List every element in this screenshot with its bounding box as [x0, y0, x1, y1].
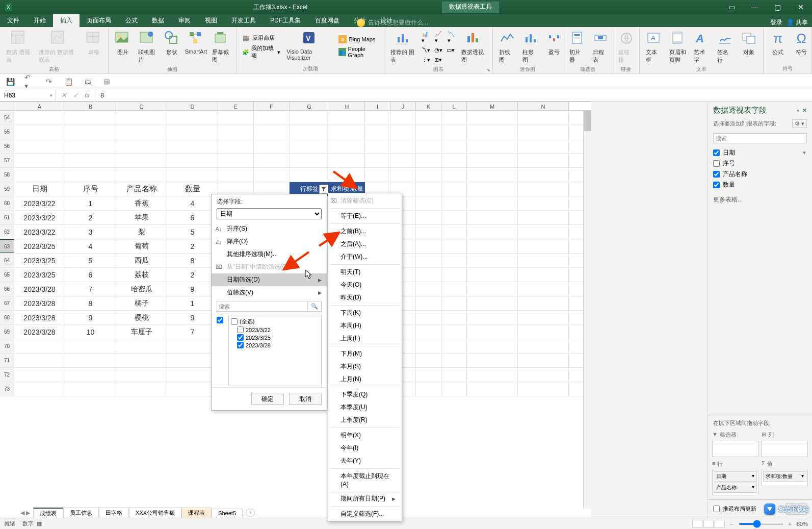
tab-page-layout[interactable]: 页面布局: [80, 14, 118, 27]
redo-icon[interactable]: ↷: [44, 77, 54, 87]
pivot-chart-button[interactable]: 数据透视图: [459, 29, 488, 65]
cell[interactable]: [14, 354, 65, 367]
cell[interactable]: [518, 125, 569, 139]
cell[interactable]: [467, 139, 518, 153]
last-year-item[interactable]: 去年(Y): [328, 455, 402, 467]
last-q-item[interactable]: 上季度(R): [328, 414, 402, 426]
cell[interactable]: [441, 139, 467, 153]
sheet-tab[interactable]: 田字格: [99, 508, 129, 518]
cell[interactable]: [116, 139, 167, 153]
undo-icon[interactable]: ↶ ▾: [24, 77, 35, 87]
cell[interactable]: [416, 139, 441, 153]
cell[interactable]: [467, 154, 518, 167]
tab-developer[interactable]: 开发工具: [224, 14, 263, 27]
bing-maps-button[interactable]: bBing Maps: [337, 35, 379, 44]
cell[interactable]: [467, 111, 518, 124]
cell[interactable]: [441, 239, 467, 253]
cell[interactable]: [441, 154, 467, 167]
cell[interactable]: [65, 382, 116, 396]
close-icon[interactable]: ✕: [802, 107, 807, 114]
cell[interactable]: 数量: [167, 182, 218, 196]
select-all-corner[interactable]: [0, 102, 14, 110]
tab-formulas[interactable]: 公式: [118, 14, 145, 27]
cell[interactable]: 哈密瓜: [116, 282, 167, 296]
cell[interactable]: 苹果: [116, 211, 167, 224]
row-header[interactable]: 73: [0, 382, 14, 396]
cell[interactable]: 2: [167, 268, 218, 282]
row-header[interactable]: 63: [0, 239, 14, 253]
cell[interactable]: 2023/3/25: [14, 268, 65, 282]
column-header[interactable]: F: [254, 102, 290, 110]
cell[interactable]: [218, 168, 254, 182]
cell[interactable]: 9: [167, 311, 218, 324]
cell[interactable]: [441, 196, 467, 210]
values-zone[interactable]: Σ 值求和项:数量▾: [762, 460, 808, 495]
cell[interactable]: [441, 368, 467, 382]
row-header[interactable]: 54: [0, 111, 14, 124]
cell[interactable]: [467, 354, 518, 367]
cell[interactable]: [365, 125, 390, 139]
cell[interactable]: [518, 196, 569, 210]
between-item[interactable]: 介于(W)...: [328, 250, 402, 263]
cell[interactable]: [441, 268, 467, 282]
formula-bar[interactable]: 8: [95, 89, 104, 101]
column-header[interactable]: A: [14, 102, 65, 110]
next-month-item[interactable]: 下月(M): [328, 347, 402, 360]
column-header[interactable]: E: [218, 102, 254, 110]
tab-file[interactable]: 文件: [0, 14, 27, 27]
field-select[interactable]: 日期: [217, 208, 322, 219]
cell[interactable]: [518, 354, 569, 367]
sheet-tab[interactable]: 课程表: [181, 508, 212, 518]
cell[interactable]: [290, 154, 329, 167]
checkbox-all[interactable]: [231, 318, 238, 325]
cell[interactable]: [116, 111, 167, 124]
cell[interactable]: [416, 382, 441, 396]
cell[interactable]: [518, 368, 569, 382]
smartart-button[interactable]: SmartArt: [185, 29, 207, 65]
cell[interactable]: [14, 154, 65, 167]
cell[interactable]: [416, 282, 441, 296]
cell[interactable]: [365, 139, 390, 153]
this-year-item[interactable]: 今年(I): [328, 442, 402, 455]
row-header[interactable]: 67: [0, 296, 14, 310]
field-date[interactable]: 日期▼: [713, 147, 807, 158]
chart-type-icon[interactable]: ⊞▾: [434, 57, 442, 63]
column-header[interactable]: I: [365, 102, 390, 110]
cell[interactable]: [518, 225, 569, 239]
cell[interactable]: [441, 382, 467, 396]
cell[interactable]: [467, 168, 518, 182]
cell[interactable]: [218, 139, 254, 153]
row-header[interactable]: 72: [0, 368, 14, 382]
cell[interactable]: 9: [65, 311, 116, 324]
multi-select-toggle[interactable]: [217, 317, 223, 323]
sheet-tab[interactable]: Sheet5: [212, 509, 243, 517]
cell[interactable]: [518, 296, 569, 310]
cell[interactable]: [518, 339, 569, 353]
filter-icon[interactable]: ▼: [802, 150, 807, 156]
cell[interactable]: 2023/3/28: [14, 311, 65, 324]
cell[interactable]: [467, 296, 518, 310]
gear-icon[interactable]: ⚙ ▾: [792, 119, 807, 128]
cell[interactable]: 西瓜: [116, 254, 167, 267]
cell[interactable]: [290, 168, 329, 182]
cancel-icon[interactable]: ✕: [61, 91, 67, 99]
my-addins-button[interactable]: 🧩我的加载项 ▾: [241, 44, 282, 60]
filters-zone[interactable]: ▼ 筛选器: [712, 431, 758, 457]
cell[interactable]: [467, 282, 518, 296]
row-label-filter-button[interactable]: [319, 185, 328, 194]
cell[interactable]: [116, 339, 167, 353]
cell[interactable]: 葡萄: [116, 239, 167, 253]
this-month-item[interactable]: 本月(S): [328, 360, 402, 373]
cell[interactable]: [116, 168, 167, 182]
cell[interactable]: [416, 125, 441, 139]
cell[interactable]: [254, 168, 290, 182]
cell[interactable]: [14, 111, 65, 124]
timeline-button[interactable]: 日程表: [591, 29, 611, 65]
cell[interactable]: 6: [65, 268, 116, 282]
cell[interactable]: [441, 354, 467, 367]
more-tables-link[interactable]: 更多表格...: [708, 192, 812, 207]
zoom-slider[interactable]: [739, 523, 783, 525]
tab-baidu[interactable]: 百度网盘: [308, 14, 347, 27]
cell[interactable]: [467, 382, 518, 396]
zoom-out[interactable]: −: [730, 521, 733, 527]
